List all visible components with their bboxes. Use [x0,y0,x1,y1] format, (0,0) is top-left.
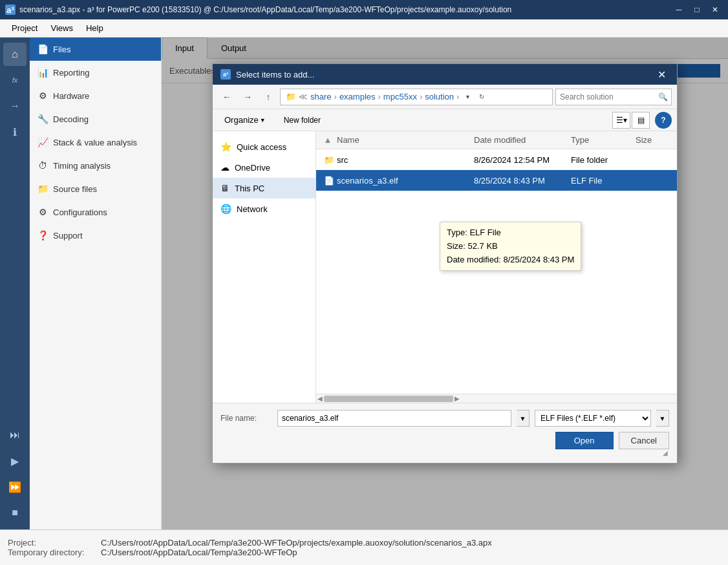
network-icon: 🌐 [220,204,231,214]
breadcrumb-mpc55xx[interactable]: mpc55xx [383,92,417,101]
onedrive-icon: ☁ [220,162,230,173]
tree-item-this-pc-label: This PC [235,184,264,193]
tooltip-type: Type: ELF File [447,226,574,240]
dialog-back-button[interactable]: ← [218,88,236,106]
tree-item-quick-access[interactable]: ⭐ Quick access [213,136,316,157]
dialog-up-button[interactable]: ↑ [259,88,277,106]
quick-access-icon: ⭐ [220,142,231,152]
breadcrumb-refresh-button[interactable]: ↻ [476,91,487,103]
breadcrumb-dropdown-button[interactable]: ▼ [462,91,473,103]
forward-fast-icon-btn[interactable]: ⏭ [3,423,27,447]
filetype-select[interactable]: ELF Files (*.ELF *.elf) [535,410,651,427]
reporting-icon: 📊 [37,67,48,78]
project-status-row: Project: C:/Users/root/AppData/Local/Tem… [8,538,720,548]
info-icon-btn[interactable]: ℹ [3,120,27,144]
menu-bar: Project Views Help [0,19,728,37]
sidebar-item-reporting-label: Reporting [53,68,89,78]
tree-item-network[interactable]: 🌐 Network [213,198,316,219]
arrow-icon-btn[interactable]: → [3,94,27,118]
source-icon: 📁 [37,184,48,194]
breadcrumb-bar: 📁 ≪ share › examples › mpc55xx › solutio… [280,89,553,105]
file-list-header: ▲ Name Date modified Type Size [316,131,677,149]
dialog-toolbar: ← → ↑ 📁 ≪ share › examples › mpc55xx › s… [213,85,677,109]
tree-item-onedrive[interactable]: ☁ OneDrive [213,157,316,178]
play-icon-btn[interactable]: ▶ [3,449,27,473]
files-icon: 📄 [37,44,48,54]
icon-sidebar: ⌂ fx → ℹ ⏭ ▶ ⏩ ■ [0,37,30,529]
preview-button[interactable]: ▤ [632,112,650,129]
file-row-src[interactable]: 📁 src 8/26/2024 12:54 PM File folder [316,149,677,170]
sidebar-item-support-label: Support [53,231,83,240]
dialog-action-buttons: Open Cancel [220,432,669,449]
search-icon: 🔍 [658,92,668,101]
tree-item-this-pc[interactable]: 🖥 This PC [213,178,316,198]
dialog-controls: Organize ▼ New folder ☰▾ ▤ ? [213,109,677,131]
dialog-nav-tree: ⭐ Quick access ☁ OneDrive 🖥 This PC � [213,131,316,403]
sidebar-item-source[interactable]: 📁 Source files [30,177,161,200]
next-icon-btn[interactable]: ⏩ [3,475,27,498]
status-bar: Project: C:/Users/root/AppData/Local/Tem… [0,529,728,565]
sidebar-item-configurations[interactable]: ⚙ Configurations [30,200,161,224]
content-area: Input Output Executables: scenarios_a3.e… [162,37,728,529]
timing-icon: ⏱ [37,160,48,171]
horizontal-scrollbar[interactable]: ◀ ▶ [316,394,677,403]
sidebar-item-stack[interactable]: 📈 Stack & value analysis [30,131,161,154]
breadcrumb-share[interactable]: share [310,92,332,101]
home-icon-btn[interactable]: ⌂ [3,43,27,66]
sidebar-item-support[interactable]: ❓ Support [30,224,161,247]
title-bar-title: scenarios_a3.apx - a³ for PowerPC e200 (… [19,5,511,14]
breadcrumb-examples[interactable]: examples [339,92,376,101]
file-row-elf[interactable]: 📄 scenarios_a3.elf 8/25/2024 8:43 PM ELF… [316,170,677,191]
col-header-name[interactable]: Name [334,135,471,145]
col-header-type[interactable]: Type [568,135,633,145]
scroll-left-arrow[interactable]: ◀ [317,395,323,402]
list-view-button[interactable]: ☰▾ [612,112,630,129]
organize-label: Organize [224,115,259,125]
filename-input[interactable] [277,410,511,427]
cancel-button[interactable]: Cancel [619,432,669,449]
file-modified-elf: 8/25/2024 8:43 PM [471,176,568,186]
tempdir-status-row: Temporary directory: C:/Users/root/AppDa… [8,548,720,557]
help-button[interactable]: ? [655,112,672,129]
search-input[interactable] [555,89,672,105]
project-value: C:/Users/root/AppData/Local/Temp/a3e200-… [101,538,492,548]
minimize-button[interactable]: ─ [671,3,687,16]
menu-views[interactable]: Views [44,21,79,36]
sidebar-item-files[interactable]: 📄 Files [30,37,161,61]
folder-icon: 📁 [286,92,296,101]
dialog-title-bar: a³ Select items to add... ✕ [213,64,677,85]
filetype-dropdown-button[interactable]: ▼ [656,410,669,427]
function-icon-btn[interactable]: fx [3,69,27,92]
sidebar-item-decoding-label: Decoding [53,114,89,124]
dialog-forward-button[interactable]: → [239,88,257,106]
stop-icon-btn[interactable]: ■ [3,501,27,524]
scroll-thumb[interactable] [324,396,453,402]
support-icon: ❓ [37,230,48,240]
organize-button[interactable]: Organize ▼ [218,112,272,127]
menu-help[interactable]: Help [80,21,110,36]
this-pc-icon: 🖥 [220,183,230,193]
filename-label: File name: [220,414,272,423]
dialog-app-icon: a³ [220,69,231,80]
breadcrumb-solution[interactable]: solution [425,92,454,101]
config-icon: ⚙ [37,207,48,217]
sidebar-item-timing[interactable]: ⏱ Timing analysis [30,154,161,177]
menu-project[interactable]: Project [5,21,44,36]
maximize-button[interactable]: □ [689,3,705,16]
file-type-elf: ELF File [568,176,633,186]
col-header-size[interactable]: Size [633,135,672,145]
sidebar-item-hardware[interactable]: ⚙ Hardware [30,84,161,107]
col-header-modified[interactable]: Date modified [471,135,568,145]
folder-src-icon: 📁 [324,155,334,165]
organize-dropdown-icon: ▼ [260,117,266,123]
open-button[interactable]: Open [555,432,614,449]
sidebar-item-reporting[interactable]: 📊 Reporting [30,61,161,84]
tooltip-date: Date modified: 8/25/2024 8:43 PM [447,253,574,267]
filename-dropdown-button[interactable]: ▼ [517,410,530,427]
dialog-close-button[interactable]: ✕ [654,67,669,82]
new-folder-button[interactable]: New folder [277,113,327,127]
decoding-icon: 🔧 [37,114,48,124]
scroll-right-arrow[interactable]: ▶ [455,395,460,402]
sidebar-item-decoding[interactable]: 🔧 Decoding [30,107,161,131]
close-button[interactable]: ✕ [707,3,723,16]
